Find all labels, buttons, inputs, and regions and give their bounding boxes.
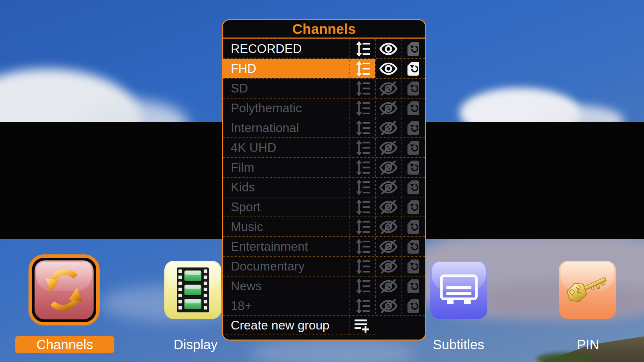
group-name-cell[interactable]: FHD xyxy=(223,59,349,78)
channel-group-row[interactable]: Documentary xyxy=(223,256,425,276)
reorder-button[interactable] xyxy=(349,197,375,217)
reset-group-button[interactable] xyxy=(401,118,425,137)
visibility-toggle[interactable] xyxy=(375,296,401,315)
menu-item-channels[interactable] xyxy=(29,254,100,325)
reorder-button[interactable] xyxy=(349,118,375,137)
reset-group-button[interactable] xyxy=(401,178,425,197)
reorder-button[interactable] xyxy=(349,79,375,98)
channel-group-row[interactable]: 4K UHD xyxy=(223,137,425,157)
reorder-button[interactable] xyxy=(349,39,375,58)
group-name-cell[interactable]: International xyxy=(223,118,349,137)
visibility-off-icon xyxy=(379,180,398,194)
menu-label-pin[interactable]: PIN xyxy=(538,336,638,353)
visibility-toggle[interactable] xyxy=(375,39,401,58)
reset-group-icon xyxy=(407,279,420,294)
reorder-icon xyxy=(354,139,371,156)
reorder-button[interactable] xyxy=(349,59,375,78)
channel-group-row[interactable]: 18+ xyxy=(223,296,425,315)
channel-group-row[interactable]: News xyxy=(223,276,425,296)
reorder-button[interactable] xyxy=(349,178,375,197)
group-name: 4K UHD xyxy=(231,141,276,155)
reorder-button[interactable] xyxy=(349,296,375,315)
channel-group-row[interactable]: Kids xyxy=(223,177,425,197)
visibility-toggle[interactable] xyxy=(375,158,401,177)
reorder-button[interactable] xyxy=(349,257,375,276)
channel-group-row[interactable]: FHD xyxy=(223,58,425,78)
reorder-button[interactable] xyxy=(349,237,375,256)
reset-group-button[interactable] xyxy=(401,237,425,256)
group-name: SD xyxy=(231,81,248,96)
group-name-cell[interactable]: 4K UHD xyxy=(223,138,349,157)
group-name-cell[interactable]: Documentary xyxy=(223,257,349,276)
group-name-cell[interactable]: Kids xyxy=(223,178,349,197)
group-name-cell[interactable]: Film xyxy=(223,158,349,177)
visibility-toggle[interactable] xyxy=(375,277,401,296)
menu-item-subtitles[interactable] xyxy=(430,261,487,319)
create-new-group-label-cell[interactable]: Create new group xyxy=(223,316,349,335)
create-new-group-button[interactable] xyxy=(349,316,375,335)
group-name: FHD xyxy=(231,62,256,76)
visibility-off-icon xyxy=(379,299,398,313)
menu-item-display[interactable] xyxy=(164,261,221,319)
empty-cell xyxy=(401,316,425,335)
reset-group-button[interactable] xyxy=(401,197,425,217)
channel-group-row[interactable]: International xyxy=(223,118,425,137)
group-name-cell[interactable]: News xyxy=(223,277,349,296)
channels-tile[interactable] xyxy=(35,260,94,319)
reorder-button[interactable] xyxy=(349,138,375,157)
visibility-toggle[interactable] xyxy=(375,197,401,217)
reorder-button[interactable] xyxy=(349,99,375,118)
visibility-off-icon xyxy=(379,121,398,135)
reset-group-button[interactable] xyxy=(401,59,425,78)
visibility-on-icon xyxy=(379,42,398,56)
reset-group-button[interactable] xyxy=(401,217,425,236)
channel-group-row[interactable]: RECORDED xyxy=(223,39,425,58)
visibility-off-icon xyxy=(379,161,398,175)
visibility-toggle[interactable] xyxy=(375,178,401,197)
group-name-cell[interactable]: Music xyxy=(223,217,349,236)
group-name-cell[interactable]: SD xyxy=(223,79,349,98)
visibility-toggle[interactable] xyxy=(375,59,401,78)
channel-group-row[interactable]: Film xyxy=(223,157,425,177)
reorder-button[interactable] xyxy=(349,217,375,236)
reset-group-icon xyxy=(407,239,420,254)
create-new-group-label: Create new group xyxy=(231,318,329,333)
menu-item-pin[interactable] xyxy=(559,261,616,319)
empty-cell xyxy=(375,316,401,335)
visibility-toggle[interactable] xyxy=(375,79,401,98)
reset-group-button[interactable] xyxy=(401,257,425,276)
reset-group-button[interactable] xyxy=(401,296,425,315)
reset-group-button[interactable] xyxy=(401,79,425,98)
visibility-toggle[interactable] xyxy=(375,237,401,256)
create-new-group-row[interactable]: Create new group xyxy=(223,315,425,335)
group-name: Kids xyxy=(231,180,255,194)
menu-label-channels[interactable]: Channels xyxy=(15,336,114,353)
visibility-toggle[interactable] xyxy=(375,99,401,118)
reset-group-button[interactable] xyxy=(401,99,425,118)
channel-group-row[interactable]: SD xyxy=(223,78,425,98)
reset-group-button[interactable] xyxy=(401,138,425,157)
group-name-cell[interactable]: Polythematic xyxy=(223,99,349,118)
visibility-toggle[interactable] xyxy=(375,118,401,137)
group-name-cell[interactable]: RECORDED xyxy=(223,39,349,58)
channel-group-row[interactable]: Entertainment xyxy=(223,236,425,256)
group-name-cell[interactable]: Entertainment xyxy=(223,237,349,256)
reset-group-button[interactable] xyxy=(401,158,425,177)
reorder-button[interactable] xyxy=(349,277,375,296)
group-name: Film xyxy=(231,161,254,175)
reorder-icon xyxy=(354,298,371,314)
channel-group-row[interactable]: Sport xyxy=(223,197,425,217)
reset-group-icon xyxy=(407,101,420,116)
channel-group-row[interactable]: Music xyxy=(223,217,425,236)
channel-group-row[interactable]: Polythematic xyxy=(223,98,425,118)
reset-group-icon xyxy=(407,298,420,314)
reorder-button[interactable] xyxy=(349,158,375,177)
reset-group-button[interactable] xyxy=(401,39,425,58)
group-name-cell[interactable]: Sport xyxy=(223,197,349,217)
reset-group-button[interactable] xyxy=(401,277,425,296)
visibility-toggle[interactable] xyxy=(375,257,401,276)
visibility-toggle[interactable] xyxy=(375,138,401,157)
visibility-toggle[interactable] xyxy=(375,217,401,236)
visibility-on-icon xyxy=(379,62,398,76)
group-name-cell[interactable]: 18+ xyxy=(223,296,349,315)
